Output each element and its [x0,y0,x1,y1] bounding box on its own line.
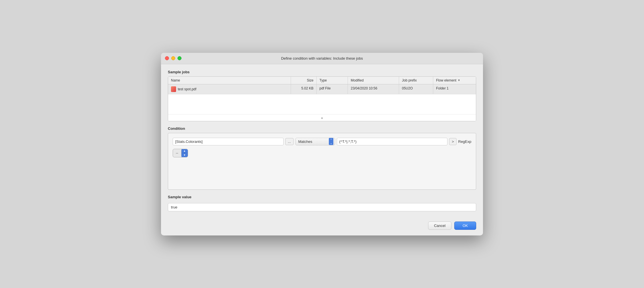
ok-button[interactable]: OK [454,222,476,230]
col-header-name: Name [168,77,291,84]
arrow-button[interactable]: > [449,138,457,145]
condition-box: ... Matches > RegExp -- ▲ ▼ [168,133,476,190]
table-body: test spot.pdf 5.02 KB pdf File 23/04/202… [168,84,476,114]
title-bar: Define condition with variables: Include… [161,53,483,64]
regex-input[interactable] [337,138,448,145]
stepper-arrows: ▲ ▼ [181,149,188,157]
window-title: Define condition with variables: Include… [281,56,363,60]
variable-input[interactable] [173,138,284,145]
cell-type: pdf File [317,84,348,94]
main-window: Define condition with variables: Include… [161,53,483,235]
matches-select[interactable]: Matches [295,138,335,145]
cancel-button[interactable]: Cancel [428,222,451,230]
ellipsis-button[interactable]: ... [285,138,294,145]
condition-label: Condition [168,126,476,131]
add-condition-stepper[interactable]: -- ▲ ▼ [173,149,188,157]
close-button[interactable] [165,56,169,60]
stepper-down-button[interactable]: ▼ [181,153,188,157]
sample-jobs-label: Sample jobs [168,70,476,74]
table-row[interactable]: test spot.pdf 5.02 KB pdf File 23/04/202… [168,84,476,94]
cell-size: 5.02 KB [291,84,317,94]
cell-flow-element: Folder 1 [433,84,476,94]
sample-jobs-table: Name Size Type Modified Job prefix Flow … [168,76,476,121]
minimize-button[interactable] [171,56,175,60]
cell-name: test spot.pdf [168,84,291,94]
scroll-dot [321,117,323,119]
scroll-indicator [168,114,476,121]
cell-job-prefix: 05U2O [399,84,433,94]
stepper-label: -- [173,150,181,156]
sample-value-input[interactable] [168,203,476,211]
col-header-job-prefix: Job prefix [399,77,433,84]
regexp-label: RegExp [458,139,471,144]
content-area: Sample jobs Name Size Type Modified Job … [161,64,483,217]
col-header-flow-element[interactable]: Flow element ▼ [433,77,476,84]
footer: Cancel OK [161,217,483,235]
condition-row: ... Matches > RegExp [173,138,471,145]
matches-select-wrapper: Matches [295,138,335,145]
maximize-button[interactable] [177,56,181,60]
table-header: Name Size Type Modified Job prefix Flow … [168,77,476,84]
table-empty-area [168,94,476,114]
flow-element-sort-icon: ▼ [457,79,460,82]
cell-modified: 23/04/2020 10:56 [348,84,399,94]
stepper-up-button[interactable]: ▲ [181,149,188,153]
sample-value-label: Sample value [168,195,476,199]
col-header-modified: Modified [348,77,399,84]
traffic-lights [165,56,181,60]
pdf-icon [171,86,176,92]
add-row-wrapper: -- ▲ ▼ [173,149,471,157]
col-header-type: Type [317,77,348,84]
col-header-size: Size [291,77,317,84]
